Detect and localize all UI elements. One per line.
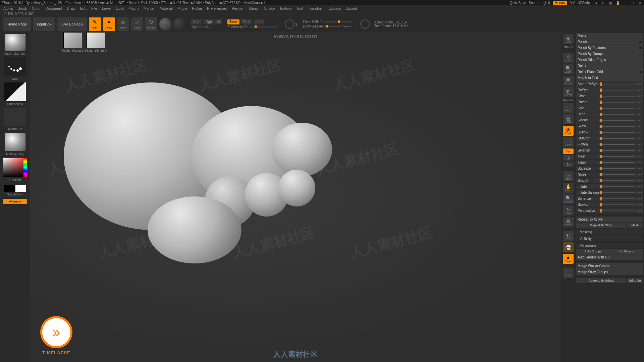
menu-layer[interactable]: Layer [102, 6, 111, 10]
persp-button[interactable]: ⬚Persp [563, 103, 574, 113]
rotate-button[interactable]: ↻Rotate [145, 17, 157, 31]
ghost-button[interactable]: 👻 [563, 242, 574, 252]
scale-button[interactable]: ⤢Scale [131, 17, 143, 31]
rotate3d-button[interactable]: ↻Rotate [563, 205, 574, 216]
menu-stroke[interactable]: Stroke [264, 6, 275, 10]
menu-zplugin[interactable]: Zplugin [329, 6, 341, 10]
home-page-button[interactable]: Home Page [3, 17, 31, 31]
deform-mirror[interactable]: Mirror [576, 33, 643, 39]
slider-gravity[interactable]: Gravityx y z [576, 202, 643, 207]
lsym-button[interactable]: ⋮⋮L.Sym [563, 137, 574, 147]
menu-tool[interactable]: Tool [296, 6, 303, 10]
menu-light[interactable]: Light [116, 6, 124, 10]
repeat-active[interactable]: Repeat To Active [576, 217, 643, 222]
gizmo-sphere-1[interactable] [159, 18, 171, 30]
menu-movie[interactable]: Movie [177, 6, 187, 10]
spix-label[interactable]: SPix 3 [564, 46, 573, 49]
regroup-by-edges[interactable]: Regroup By Edges [576, 278, 626, 283]
focal-shift-slider[interactable]: Focal Shift 0 [303, 20, 353, 24]
menu-transform[interactable]: Transform [308, 6, 324, 10]
section-masking[interactable]: Masking [576, 229, 643, 235]
move-button[interactable]: ✥Move [117, 17, 129, 31]
zcut-mode[interactable]: Zcut [254, 19, 264, 24]
menus-button[interactable]: Menus [553, 1, 567, 5]
slider-inflate[interactable]: Inflatex y z [576, 184, 643, 189]
grid-icon[interactable]: ▦ [608, 0, 613, 5]
slider-noise[interactable]: Noisex y z [576, 172, 643, 177]
auto-groups[interactable]: Auto Groups [576, 249, 610, 254]
solo-button[interactable]: ●Solo [563, 254, 574, 264]
slider-spherize[interactable]: Spherizex y z [576, 196, 643, 201]
zsub-mode[interactable]: Zsub [241, 19, 252, 24]
uv-groups[interactable]: Uv Groups [610, 249, 644, 254]
bpr-button[interactable]: ◉BPR [563, 34, 574, 44]
zoom3d-button[interactable]: 🔍Zoom3D [563, 194, 574, 204]
zadd-mode[interactable]: Zadd [227, 19, 239, 24]
menu-file[interactable]: File [91, 6, 97, 10]
transp-button[interactable]: ◐Transp [563, 231, 574, 241]
slider-squeeze[interactable]: Squeezex y z [576, 166, 643, 171]
xyz-button[interactable]: Xyz [563, 148, 574, 154]
slider-smart-resym[interactable]: Smart ReSymx y z [576, 81, 643, 87]
deform-relax[interactable]: Relax [576, 63, 643, 69]
tool-thumb-2[interactable] [87, 32, 105, 48]
merge-stray-groups[interactable]: Merge Stray Groups [576, 269, 643, 275]
menu-macro[interactable]: Macro [128, 6, 139, 10]
swatch-black[interactable] [4, 185, 15, 192]
mrgb-mode[interactable]: Mrgb [191, 19, 203, 24]
draw-button[interactable]: ✦Draw [103, 17, 115, 31]
menu-texture[interactable]: Texture [279, 6, 291, 10]
gradient-label[interactable]: Gradient [9, 178, 21, 182]
rot-button[interactable]: ↻ [563, 162, 574, 167]
swatch-white[interactable] [15, 185, 26, 192]
brush-thumbnail[interactable] [4, 34, 26, 51]
z-intensity-slider[interactable]: Z Intensity 25 [227, 25, 278, 29]
deform-relax-plane-grid[interactable]: Relax Plane Grid [576, 69, 643, 75]
gizmo-sphere-2[interactable] [173, 18, 185, 30]
texture-thumbnail[interactable] [4, 108, 26, 126]
auto-groups-with-uv[interactable]: Auto Groups With UV [576, 254, 643, 260]
arrow-right-icon[interactable]: ▸ [601, 0, 605, 5]
slider-bend[interactable]: Bendx y z [576, 111, 643, 117]
default-zscript[interactable]: DefaultZScript [570, 1, 591, 5]
arrow-left-icon[interactable]: ◂ [593, 0, 598, 5]
switch-color-button[interactable]: SwitchColor [7, 193, 23, 196]
lightbox-button[interactable]: LightBox [33, 17, 55, 31]
menu-stencil[interactable]: Stencil [248, 6, 259, 10]
floor-button[interactable]: ▦Floor [563, 114, 574, 124]
slider-taper[interactable]: Taperx y z [576, 160, 643, 165]
slider-skew[interactable]: Skewx y z [576, 123, 643, 129]
see-through-slider[interactable]: See-through 0 [529, 1, 550, 5]
menu-document[interactable]: Document [45, 6, 62, 10]
deform-polish-crisp-edges[interactable]: Polish Crisp Edges [576, 57, 643, 63]
menu-color[interactable]: Color [32, 6, 41, 10]
slider-sbend[interactable]: SBendx y z [576, 117, 643, 123]
slider-smooth[interactable]: Smoothx y z [576, 178, 643, 183]
slider-offset[interactable]: Offsetx y z [576, 93, 643, 99]
viewport[interactable]: PM3D_Plane3D PM3D_Plane3D www.rr-sc.com … [30, 32, 561, 362]
menu-render[interactable]: Render [231, 6, 244, 10]
repeat-other[interactable]: Repeat To Other [576, 223, 626, 228]
actual-button[interactable]: ▣Actual [563, 76, 574, 86]
slider-resym[interactable]: ReSymx y z [576, 87, 643, 93]
section-polygroups[interactable]: Polygroups [576, 243, 643, 248]
symmetry-indicator-1[interactable]: S [285, 19, 294, 29]
slider-size[interactable]: Sizex y z [576, 105, 643, 111]
menu-brush[interactable]: Brush [17, 6, 27, 10]
edge-se[interactable]: Edge Se [627, 278, 643, 283]
menu-edit[interactable]: Edit [80, 6, 87, 10]
stroke-thumbnail[interactable] [4, 57, 26, 76]
menu-picker[interactable]: Picker [192, 6, 202, 10]
quicksave-button[interactable]: QuickSave [510, 1, 526, 5]
local-button[interactable]: ◎Local [563, 126, 574, 136]
menu-zscript[interactable]: Zscript [346, 6, 357, 10]
aahalf-button[interactable]: ◩AAHalf [563, 87, 574, 97]
color-picker[interactable] [3, 158, 27, 177]
close-icon[interactable]: ✕ [638, 0, 642, 5]
slider-flatten[interactable]: Flattenx y z [576, 141, 643, 147]
frame-button[interactable]: ⊡Frame [563, 171, 574, 181]
maximize-icon[interactable]: □ [630, 0, 635, 5]
alternate-button[interactable]: Alternate [3, 199, 27, 204]
deform-polish-by-features[interactable]: Polish By Features [576, 45, 643, 51]
zoom-button[interactable]: 🔍Zoom [563, 64, 574, 74]
